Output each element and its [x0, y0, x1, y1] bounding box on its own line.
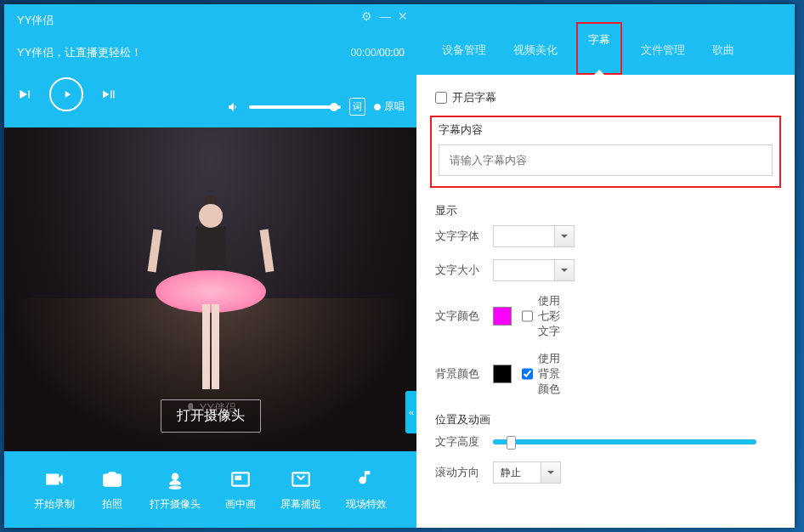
- tab-device[interactable]: 设备管理: [433, 31, 495, 75]
- bgcolor-label: 背景颜色: [435, 366, 483, 382]
- font-label: 文字字体: [435, 229, 483, 244]
- height-label: 文字高度: [435, 434, 483, 450]
- tab-songs[interactable]: 歌曲: [704, 31, 743, 75]
- text-height-slider[interactable]: [493, 439, 756, 444]
- rainbow-text-checkbox[interactable]: 使用七彩文字: [522, 293, 569, 339]
- svg-point-1: [168, 485, 181, 489]
- svg-point-0: [172, 473, 179, 480]
- tab-beautify[interactable]: 视频美化: [505, 31, 566, 75]
- size-select[interactable]: [493, 259, 575, 281]
- volume-slider[interactable]: [249, 105, 341, 109]
- display-section-title: 显示: [435, 203, 776, 218]
- tab-subtitle[interactable]: 字幕: [576, 22, 622, 75]
- volume-icon[interactable]: [227, 100, 241, 114]
- open-camera-toolbar-button[interactable]: 打开摄像头: [150, 468, 201, 512]
- subtitle-input[interactable]: [439, 144, 773, 176]
- position-section-title: 位置及动画: [435, 412, 776, 427]
- svg-rect-3: [235, 475, 242, 479]
- app-title: YY伴侣: [17, 11, 404, 30]
- original-vocal-toggle[interactable]: 原唱: [374, 99, 405, 114]
- size-label: 文字大小: [435, 263, 483, 278]
- use-bgcolor-checkbox[interactable]: 使用背景颜色: [522, 351, 569, 397]
- lyric-button[interactable]: 词: [349, 98, 365, 116]
- bg-color-swatch[interactable]: [493, 365, 512, 383]
- app-subtitle: YY伴侣，让直播更轻松！: [17, 45, 404, 60]
- tab-files[interactable]: 文件管理: [632, 31, 694, 75]
- collapse-panel-button[interactable]: «: [405, 391, 416, 433]
- scroll-direction-select[interactable]: 静止: [493, 461, 561, 484]
- textcolor-label: 文字颜色: [435, 308, 483, 324]
- live-fx-button[interactable]: 现场特效: [346, 468, 387, 512]
- right-tabs: 设备管理 视频美化 字幕 文件管理 歌曲: [416, 4, 795, 75]
- pip-button[interactable]: 画中画: [225, 468, 256, 512]
- subtitle-content-title: 字幕内容: [439, 122, 773, 138]
- watermark: YY伴侣: [184, 400, 236, 416]
- playback-time: 00:00/00:00: [351, 47, 405, 59]
- text-color-swatch[interactable]: [493, 307, 512, 325]
- prev-track-button[interactable]: [17, 87, 32, 102]
- start-record-button[interactable]: 开始录制: [34, 468, 75, 512]
- close-icon[interactable]: ✕: [398, 9, 408, 23]
- screen-capture-button[interactable]: 屏幕捕捉: [280, 468, 321, 512]
- enable-subtitle-checkbox[interactable]: 开启字幕: [435, 90, 776, 105]
- settings-icon[interactable]: ⚙: [361, 9, 372, 23]
- minimize-icon[interactable]: —: [379, 9, 391, 23]
- photo-button[interactable]: 拍照: [99, 468, 125, 512]
- scroll-label: 滚动方向: [435, 465, 483, 480]
- video-preview: 打开摄像头 YY伴侣 «: [4, 127, 416, 451]
- font-select[interactable]: [493, 225, 575, 247]
- next-track-button[interactable]: [100, 87, 116, 102]
- play-button[interactable]: [49, 77, 83, 111]
